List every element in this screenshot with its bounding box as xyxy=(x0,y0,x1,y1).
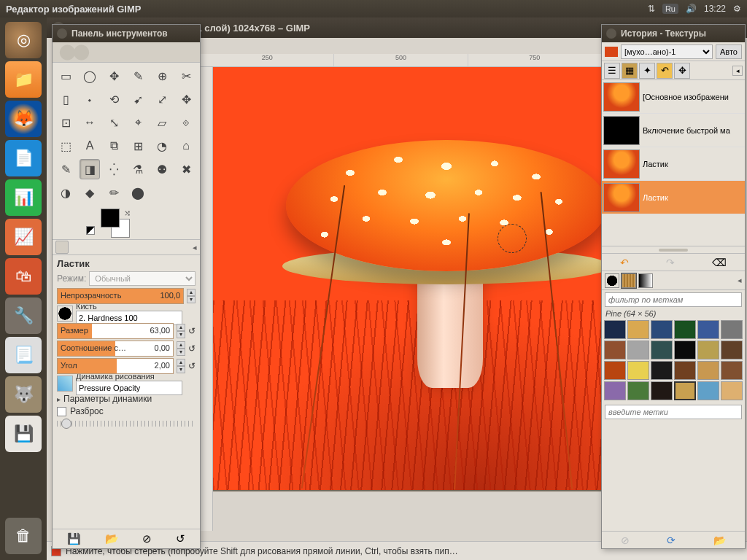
close-icon[interactable] xyxy=(57,28,67,39)
tool-19[interactable]: A xyxy=(80,136,100,156)
tool-31[interactable]: ◆ xyxy=(80,182,100,203)
open-as-image-icon[interactable]: 📂 xyxy=(713,534,726,546)
tool-options-tab[interactable] xyxy=(55,241,69,254)
pattern-filter-input[interactable] xyxy=(605,292,742,307)
aspect-slider[interactable]: Соотношение с… 0,00 xyxy=(57,341,174,357)
tool-22[interactable]: ◔ xyxy=(152,136,172,156)
vertical-ruler[interactable] xyxy=(200,67,213,531)
delete-preset-icon[interactable]: ⊘ xyxy=(142,532,152,545)
tool-20[interactable]: ⧉ xyxy=(104,136,124,156)
refresh-patterns-icon[interactable]: ⟳ xyxy=(667,534,676,546)
sound-icon[interactable]: 🔊 xyxy=(686,4,697,14)
dynamics-params-expander[interactable]: Параметры динамики xyxy=(57,394,196,404)
opacity-spinner[interactable]: ▴▾ xyxy=(187,289,196,303)
undo-history-tab-icon[interactable]: ↶ xyxy=(657,63,673,79)
clear-history-icon[interactable]: ⌫ xyxy=(712,257,727,268)
dynamics-preview[interactable] xyxy=(57,376,73,392)
software-center-icon[interactable]: 🛍 xyxy=(5,258,42,295)
tool-30[interactable]: ◑ xyxy=(55,182,76,203)
history-item[interactable]: Включение быстрой ма xyxy=(602,114,745,147)
files-icon[interactable]: 📁 xyxy=(5,61,42,98)
tool-9[interactable]: ➹ xyxy=(128,89,148,109)
tool-29[interactable]: ✖ xyxy=(176,159,196,179)
pattern-swatch[interactable] xyxy=(627,361,649,380)
tool-7[interactable]: ⬩ xyxy=(80,89,100,109)
tool-8[interactable]: ⟲ xyxy=(104,89,124,109)
dynamics-input[interactable] xyxy=(76,381,182,395)
scatter-slider[interactable] xyxy=(57,421,196,427)
reset-aspect-icon[interactable]: ↺ xyxy=(188,343,196,354)
tool-4[interactable]: ⊕ xyxy=(152,66,172,86)
impress-icon[interactable]: 📈 xyxy=(5,219,42,255)
tab-menu-icon[interactable]: ◂ xyxy=(193,243,197,252)
reset-size-icon[interactable]: ↺ xyxy=(188,326,196,336)
pattern-swatch[interactable] xyxy=(674,341,696,359)
pattern-swatch[interactable] xyxy=(604,381,626,400)
nav-tab-icon[interactable]: ✥ xyxy=(674,63,690,79)
tool-17[interactable]: ⟐ xyxy=(176,112,196,133)
tool-2[interactable]: ✥ xyxy=(104,66,124,86)
pattern-swatch[interactable] xyxy=(604,361,626,380)
tool-15[interactable]: ⌖ xyxy=(128,112,148,133)
opacity-slider[interactable]: Непрозрачность 100,0 xyxy=(57,288,184,304)
settings-icon[interactable]: 🔧 xyxy=(5,298,42,334)
reset-preset-icon[interactable]: ↺ xyxy=(176,532,185,545)
pattern-swatch[interactable] xyxy=(627,320,649,339)
history-item[interactable]: Ластик xyxy=(602,181,745,214)
brushes-tab-icon[interactable] xyxy=(605,273,619,288)
layers-tab-icon[interactable]: ☰ xyxy=(604,63,620,79)
save-preset-icon[interactable]: 💾 xyxy=(67,532,81,545)
size-slider[interactable]: Размер 63,00 xyxy=(57,323,174,339)
auto-button[interactable]: Авто xyxy=(716,44,742,59)
horizontal-ruler[interactable]: 250 500 750 xyxy=(200,54,601,67)
tool-14[interactable]: ⤡ xyxy=(104,112,124,133)
tool-27[interactable]: ⚗ xyxy=(128,159,148,179)
tool-24[interactable]: ✎ xyxy=(55,159,76,179)
tool-0[interactable]: ▭ xyxy=(55,66,76,86)
tool-25[interactable]: ◨ xyxy=(80,159,100,179)
usb-icon[interactable]: 💾 xyxy=(5,416,42,452)
pattern-swatch[interactable] xyxy=(697,381,719,400)
tool-23[interactable]: ⌂ xyxy=(176,136,196,156)
tool-28[interactable]: ⚉ xyxy=(152,159,172,179)
brush-preview[interactable] xyxy=(57,306,73,322)
keyboard-layout[interactable]: Ru xyxy=(662,4,678,14)
history-item[interactable]: [Основное изображени xyxy=(602,80,745,114)
tool-26[interactable]: ⁛ xyxy=(104,159,124,179)
history-item[interactable]: Ластик xyxy=(602,147,745,181)
restore-preset-icon[interactable]: 📂 xyxy=(105,532,119,545)
calc-icon[interactable]: 📊 xyxy=(5,179,42,216)
color-swatches[interactable]: ⤭ xyxy=(101,209,200,238)
pattern-swatch[interactable] xyxy=(697,361,719,380)
trash-icon[interactable]: 🗑 xyxy=(5,518,42,554)
tool-1[interactable]: ◯ xyxy=(80,66,100,86)
pattern-swatch[interactable] xyxy=(697,341,719,359)
tool-3[interactable]: ✎ xyxy=(128,66,148,86)
tab-menu-icon[interactable]: ◂ xyxy=(732,66,743,76)
tool-10[interactable]: ⤢ xyxy=(152,89,172,109)
mode-select[interactable]: Обычный xyxy=(89,271,196,286)
tool-16[interactable]: ▱ xyxy=(152,112,172,133)
tool-33[interactable]: ⬤ xyxy=(128,182,148,203)
fg-color[interactable] xyxy=(101,209,120,228)
pattern-swatch[interactable] xyxy=(604,341,626,359)
pattern-swatch[interactable] xyxy=(651,361,673,380)
close-icon[interactable] xyxy=(606,28,616,39)
pattern-swatch[interactable] xyxy=(721,341,743,359)
pattern-swatch[interactable] xyxy=(697,320,719,339)
pattern-swatch[interactable] xyxy=(651,320,673,339)
pattern-swatch[interactable] xyxy=(721,320,743,339)
tool-5[interactable]: ✂ xyxy=(176,66,196,86)
pattern-swatch[interactable] xyxy=(627,341,649,359)
pattern-swatch[interactable] xyxy=(721,381,743,400)
toolbox-titlebar[interactable]: Панель инструментов xyxy=(53,25,200,42)
angle-slider[interactable]: Угол 2,00 xyxy=(57,358,174,374)
gradients-tab-icon[interactable] xyxy=(638,273,653,288)
tool-32[interactable]: ✏ xyxy=(104,182,124,203)
pattern-swatch[interactable] xyxy=(651,381,673,400)
tab-menu-icon[interactable]: ◂ xyxy=(738,276,742,285)
pattern-swatch[interactable] xyxy=(651,341,673,359)
reset-angle-icon[interactable]: ↺ xyxy=(188,361,196,371)
pattern-swatch[interactable] xyxy=(627,381,649,400)
aspect-spinner[interactable]: ▴▾ xyxy=(177,341,185,356)
